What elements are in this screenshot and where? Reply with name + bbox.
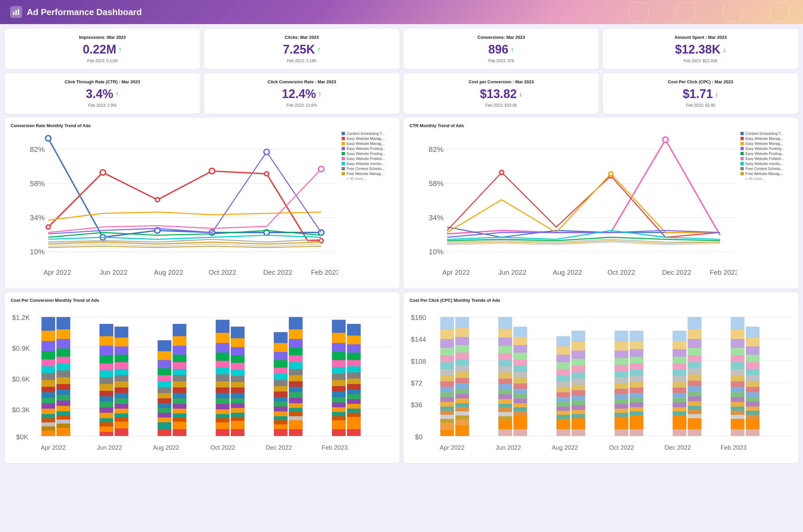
- svg-rect-95: [57, 423, 70, 428]
- svg-rect-410: [630, 341, 644, 349]
- svg-rect-151: [173, 362, 186, 369]
- svg-rect-261: [347, 399, 361, 404]
- line-charts-row: Conversion Rate Monthly Trend of Ads 82%…: [5, 118, 798, 288]
- svg-rect-111: [100, 418, 113, 422]
- svg-rect-70: [41, 398, 55, 403]
- svg-rect-160: [173, 413, 186, 417]
- legend-item-9: + 45 more...: [741, 177, 792, 181]
- svg-rect-74: [41, 418, 55, 422]
- svg-rect-327: [499, 338, 512, 346]
- svg-rect-124: [115, 393, 129, 398]
- svg-rect-420: [630, 402, 644, 407]
- svg-rect-264: [347, 413, 361, 417]
- svg-rect-157: [173, 398, 186, 403]
- legend-dot-8: [741, 172, 744, 175]
- bar-chart2-svg: $180 $144 $108 $72 $36 $0: [409, 306, 792, 458]
- svg-rect-326: [499, 328, 512, 338]
- svg-rect-60: [41, 317, 55, 330]
- svg-text:Dec 2022: Dec 2022: [263, 269, 292, 276]
- legend-label-2: Easy Website Manag...: [745, 141, 783, 146]
- metric-value-3: $1.71 ↓: [683, 87, 718, 101]
- svg-point-23: [46, 225, 50, 229]
- svg-rect-307: [455, 337, 469, 345]
- svg-text:$0.6K: $0.6K: [12, 375, 30, 382]
- svg-rect-129: [115, 418, 129, 422]
- svg-rect-335: [499, 390, 512, 394]
- svg-rect-205: [274, 386, 288, 392]
- svg-rect-240: [332, 380, 346, 386]
- header-bg-icons: [629, 0, 803, 24]
- metrics-row-1: Impressions :Mar 20230.22M ↑Feb 2023: 0.…: [5, 29, 798, 69]
- svg-rect-167: [216, 353, 230, 361]
- metric-prev-3: Feb 2023: $3.90: [686, 103, 715, 108]
- svg-rect-227: [289, 403, 303, 408]
- svg-rect-323: [455, 425, 469, 436]
- svg-rect-235: [332, 343, 346, 352]
- svg-rect-246: [332, 412, 346, 416]
- svg-rect-252: [347, 344, 361, 353]
- svg-rect-165: [216, 332, 230, 343]
- svg-rect-488: [746, 402, 760, 406]
- svg-rect-459: [731, 317, 744, 329]
- svg-rect-100: [100, 346, 113, 355]
- svg-rect-489: [746, 406, 760, 411]
- svg-rect-434: [673, 393, 687, 398]
- svg-text:Jun 2022: Jun 2022: [97, 444, 122, 451]
- svg-rect-216: [289, 329, 303, 339]
- metric-prev-2: Feb 2023: $33.06: [485, 103, 517, 108]
- svg-rect-462: [731, 348, 744, 355]
- svg-rect-474: [731, 415, 744, 419]
- svg-rect-219: [289, 355, 303, 362]
- legend-label-4: Easy Website Posting...: [347, 152, 385, 156]
- svg-rect-451: [688, 392, 701, 396]
- svg-rect-242: [332, 392, 346, 397]
- svg-rect-127: [115, 408, 129, 413]
- svg-rect-96: [57, 428, 70, 436]
- svg-rect-341: [499, 416, 512, 420]
- legend-label-9: + 45 more...: [347, 177, 366, 181]
- svg-rect-337: [499, 399, 512, 404]
- svg-rect-126: [115, 404, 129, 408]
- svg-text:Jun 2022: Jun 2022: [498, 269, 526, 276]
- svg-rect-260: [347, 394, 361, 399]
- svg-text:58%: 58%: [30, 179, 45, 188]
- metric-prev-3: Feb 2023: $12.43K: [684, 59, 718, 63]
- legend-item-1: Easy Website Manag...: [741, 136, 792, 140]
- svg-rect-93: [57, 416, 70, 420]
- svg-rect-85: [57, 370, 70, 377]
- legend-dot-9: [342, 177, 345, 180]
- bar-chart1-svg: $1.2K $0.9K $0.6K $0.3K $0K: [11, 306, 394, 458]
- svg-rect-193: [231, 408, 245, 413]
- svg-text:Feb 2023: Feb 2023: [721, 444, 747, 451]
- svg-rect-389: [572, 410, 585, 414]
- svg-rect-428: [673, 357, 687, 363]
- svg-rect-450: [688, 386, 701, 392]
- svg-rect-98: [100, 324, 113, 336]
- svg-text:$0: $0: [415, 433, 423, 441]
- svg-rect-79: [57, 317, 70, 329]
- svg-rect-99: [100, 336, 113, 346]
- svg-rect-437: [673, 407, 687, 411]
- svg-rect-310: [455, 359, 469, 365]
- dashboard-header: Ad Performance Dashboard: [0, 0, 803, 24]
- svg-rect-303: [440, 430, 454, 436]
- svg-rect-460: [731, 329, 744, 339]
- svg-rect-208: [274, 402, 288, 406]
- svg-rect-454: [688, 406, 701, 410]
- svg-rect-108: [100, 402, 113, 407]
- legend-label-1: Easy Website Manag...: [745, 136, 783, 140]
- svg-text:10%: 10%: [30, 248, 45, 256]
- svg-rect-134: [158, 360, 171, 368]
- svg-rect-110: [100, 413, 113, 418]
- svg-rect-446: [688, 362, 701, 368]
- svg-rect-210: [274, 411, 288, 416]
- svg-rect-64: [41, 359, 55, 366]
- svg-rect-147: [173, 324, 186, 336]
- svg-rect-390: [572, 414, 585, 418]
- legend-label-0: Content Scheduling T...: [745, 132, 784, 135]
- svg-rect-77: [41, 430, 55, 436]
- svg-rect-344: [514, 326, 527, 337]
- svg-rect-172: [216, 387, 230, 393]
- bar-chart-conversion: Cost Per Conversion Monthly Trend of Ads…: [5, 292, 400, 463]
- svg-rect-352: [514, 383, 527, 389]
